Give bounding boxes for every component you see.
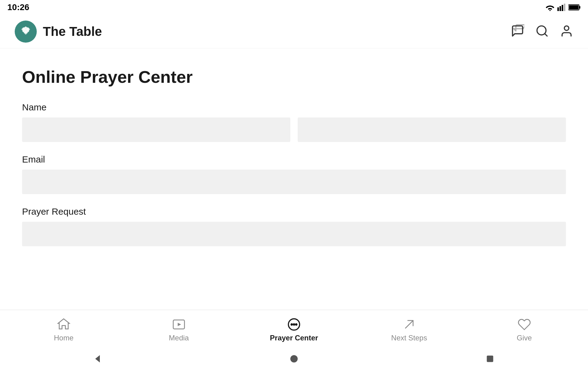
signal-icon bbox=[557, 4, 566, 11]
home-icon bbox=[57, 318, 70, 331]
email-label: Email bbox=[22, 154, 566, 165]
svg-point-19 bbox=[296, 324, 297, 325]
svg-point-12 bbox=[564, 26, 569, 30]
svg-rect-23 bbox=[487, 356, 493, 362]
status-icons bbox=[545, 4, 581, 11]
nav-item-next-steps[interactable]: Next Steps bbox=[385, 318, 434, 342]
header-left: The Table bbox=[15, 21, 102, 43]
main-content: Online Prayer Center Name Email Prayer R… bbox=[0, 48, 588, 310]
prayer-request-field[interactable] bbox=[22, 222, 566, 246]
svg-rect-0 bbox=[557, 7, 559, 11]
page-title: Online Prayer Center bbox=[22, 67, 566, 87]
android-nav bbox=[0, 350, 588, 368]
first-name-field[interactable] bbox=[22, 117, 290, 142]
give-icon bbox=[518, 318, 531, 331]
email-section: Email bbox=[22, 154, 566, 194]
svg-line-11 bbox=[545, 33, 547, 36]
next-steps-icon bbox=[402, 318, 416, 331]
app-title: The Table bbox=[43, 24, 102, 39]
profile-button[interactable] bbox=[560, 24, 573, 39]
email-field[interactable] bbox=[22, 170, 566, 194]
svg-marker-15 bbox=[178, 323, 181, 326]
nav-item-give[interactable]: Give bbox=[500, 318, 549, 342]
chat-button[interactable] bbox=[511, 24, 524, 39]
name-row bbox=[22, 117, 566, 142]
nav-label-next-steps: Next Steps bbox=[391, 334, 427, 342]
bottom-nav: Home Media Prayer Center Next Steps Give bbox=[0, 310, 588, 350]
nav-item-prayer-center[interactable]: Prayer Center bbox=[270, 318, 318, 342]
svg-rect-5 bbox=[579, 6, 580, 9]
svg-rect-3 bbox=[564, 4, 565, 11]
status-bar: 10:26 bbox=[0, 0, 588, 15]
nav-label-media: Media bbox=[169, 334, 189, 342]
name-section: Name bbox=[22, 102, 566, 142]
logo-icon bbox=[19, 25, 32, 38]
app-logo[interactable] bbox=[15, 21, 37, 43]
nav-label-home: Home bbox=[54, 334, 74, 342]
svg-marker-13 bbox=[58, 319, 70, 329]
wifi-icon bbox=[545, 4, 555, 11]
svg-marker-21 bbox=[95, 355, 100, 362]
status-time: 10:26 bbox=[7, 2, 29, 12]
nav-item-media[interactable]: Media bbox=[154, 318, 203, 342]
app-header: The Table bbox=[0, 15, 588, 48]
svg-rect-6 bbox=[569, 5, 579, 10]
prayer-request-section: Prayer Request bbox=[22, 206, 566, 247]
svg-point-17 bbox=[291, 324, 292, 325]
svg-rect-2 bbox=[562, 5, 563, 11]
nav-item-home[interactable]: Home bbox=[39, 318, 88, 342]
prayer-request-label: Prayer Request bbox=[22, 206, 566, 217]
battery-icon bbox=[568, 4, 581, 11]
nav-label-prayer-center: Prayer Center bbox=[270, 334, 318, 342]
nav-label-give: Give bbox=[517, 334, 532, 342]
svg-line-20 bbox=[405, 320, 413, 328]
last-name-field[interactable] bbox=[298, 117, 566, 142]
prayer-center-icon bbox=[287, 318, 301, 331]
name-label: Name bbox=[22, 102, 566, 113]
svg-rect-1 bbox=[560, 6, 561, 11]
header-right bbox=[511, 24, 573, 39]
media-icon bbox=[172, 318, 186, 331]
android-recents-button[interactable] bbox=[484, 353, 496, 364]
svg-point-18 bbox=[293, 324, 295, 325]
android-home-button[interactable] bbox=[288, 353, 300, 364]
android-back-button[interactable] bbox=[92, 353, 104, 364]
search-button[interactable] bbox=[535, 24, 549, 39]
svg-point-22 bbox=[290, 355, 298, 362]
